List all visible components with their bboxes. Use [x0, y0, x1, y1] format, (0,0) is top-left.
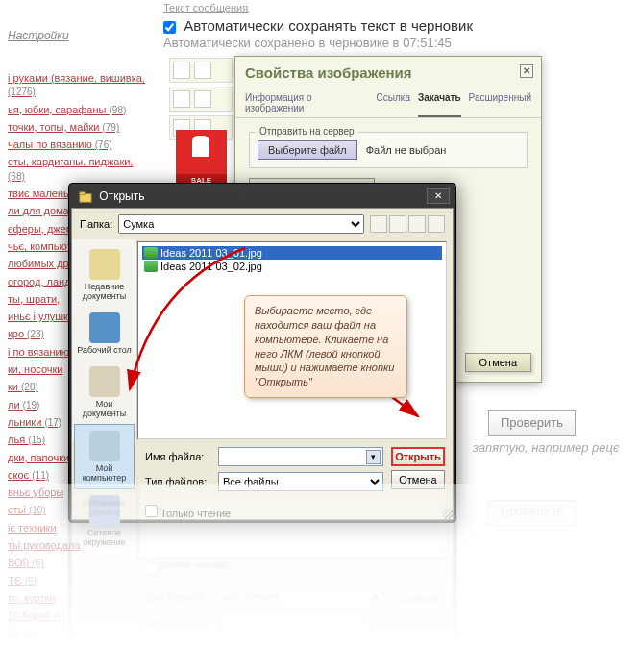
tb-btn[interactable]	[173, 62, 190, 79]
tb-btn[interactable]	[194, 90, 211, 108]
places-bar-item[interactable]: Рабочий стол	[72, 307, 136, 361]
views-icon[interactable]	[428, 215, 445, 233]
folder-dropdown[interactable]: Сумка	[118, 214, 364, 234]
cancel-button[interactable]: Отмена	[465, 353, 531, 372]
dialog-tab[interactable]: Ссылка	[377, 92, 410, 117]
places-bar-item[interactable]: Мои документы	[72, 361, 136, 424]
file-dialog-titlebar: Открыть ✕	[71, 186, 454, 208]
check-button[interactable]: Проверить	[488, 410, 576, 436]
places-bar-item[interactable]: Недавние документы	[72, 243, 136, 307]
dialog-tab[interactable]: Информация о изображении	[245, 92, 369, 117]
tb-btn[interactable]	[173, 90, 190, 108]
up-icon[interactable]	[389, 215, 406, 233]
folder-open-icon	[79, 190, 92, 204]
file-list-item[interactable]: Ideas 2011 03_01.jpg	[142, 246, 442, 260]
svg-rect-1	[80, 192, 85, 195]
filename-label: Имя файла:	[145, 451, 212, 462]
autosave-status: Автоматически сохранено в черновике в 07…	[163, 36, 629, 50]
close-icon[interactable]: ✕	[520, 64, 533, 78]
autosave-label: Автоматически сохранять текст в черновик	[184, 17, 473, 34]
reflection: Открыть Имя файла:▾ Тип файлов:Все файлы…	[68, 484, 456, 666]
new-folder-icon[interactable]	[408, 215, 426, 233]
sidebar-link[interactable]: точки, топы, майки (79)	[8, 120, 152, 134]
content-header: Текст сообщения	[163, 2, 629, 13]
bottom-hint-text: запятую, например рецє	[473, 440, 619, 455]
sale-thumbnail: SALE	[176, 130, 227, 187]
dialog-tab[interactable]: Расширенный	[469, 92, 531, 117]
sidebar-link[interactable]: і руками (вязание, вишивка, (1276)	[8, 71, 152, 99]
sidebar-link[interactable]: чалы по вязанию (76)	[8, 137, 152, 151]
choose-file-button[interactable]: Выберите файл	[258, 140, 357, 160]
close-icon[interactable]: ✕	[427, 188, 450, 204]
dialog-title: Свойства изображения ✕	[235, 57, 541, 88]
no-file-text: Файл не выбран	[366, 144, 447, 156]
open-button[interactable]: Открыть	[391, 447, 445, 466]
back-icon[interactable]	[370, 215, 387, 233]
annotation-callout: Выбираете место, где находится ваш файл …	[244, 295, 407, 398]
reflection-check-button: Проверить	[488, 500, 576, 526]
file-list-item[interactable]: Ideas 2011 03_02.jpg	[142, 260, 442, 273]
sidebar-link[interactable]: ья, юбки, сарафаны (98)	[8, 103, 152, 116]
dialog-tab[interactable]: Закачать	[418, 92, 461, 117]
tb-btn[interactable]	[194, 62, 211, 79]
autosave-checkbox[interactable]	[163, 21, 176, 34]
sidebar-link[interactable]: еты, кардиганы, пиджаки, (68)	[8, 155, 152, 183]
dialog-tabs: Информация о изображенииСсылкаЗакачатьРа…	[235, 88, 541, 118]
places-bar: Недавние документыРабочий столМои докуме…	[72, 239, 137, 441]
settings-title: Настройки	[8, 29, 152, 42]
folder-label: Папка:	[80, 218, 112, 230]
filename-input[interactable]: ▾	[218, 447, 383, 466]
upload-fieldset-label: Отправить на сервер	[256, 126, 358, 137]
